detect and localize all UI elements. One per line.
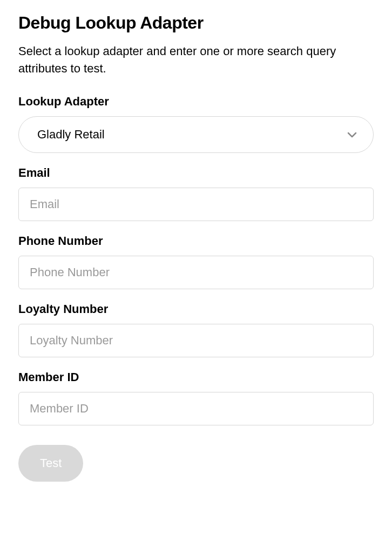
- page-title: Debug Lookup Adapter: [18, 13, 374, 33]
- lookup-adapter-field: Lookup Adapter Gladly Retail: [18, 95, 374, 153]
- email-label: Email: [18, 166, 374, 180]
- lookup-adapter-selected[interactable]: Gladly Retail: [18, 116, 374, 153]
- email-field[interactable]: [18, 188, 374, 221]
- member-id-field[interactable]: [18, 392, 374, 425]
- loyalty-number-label: Loyalty Number: [18, 302, 374, 316]
- member-id-label: Member ID: [18, 370, 374, 384]
- member-id-field-group: Member ID: [18, 370, 374, 425]
- loyalty-number-field-group: Loyalty Number: [18, 302, 374, 357]
- phone-number-field-group: Phone Number: [18, 234, 374, 289]
- email-field-group: Email: [18, 166, 374, 221]
- page-description: Select a lookup adapter and enter one or…: [18, 43, 374, 77]
- lookup-adapter-select[interactable]: Gladly Retail: [18, 116, 374, 153]
- phone-number-field[interactable]: [18, 256, 374, 289]
- loyalty-number-field[interactable]: [18, 324, 374, 357]
- phone-number-label: Phone Number: [18, 234, 374, 248]
- lookup-adapter-label: Lookup Adapter: [18, 95, 374, 109]
- test-button[interactable]: Test: [18, 445, 83, 482]
